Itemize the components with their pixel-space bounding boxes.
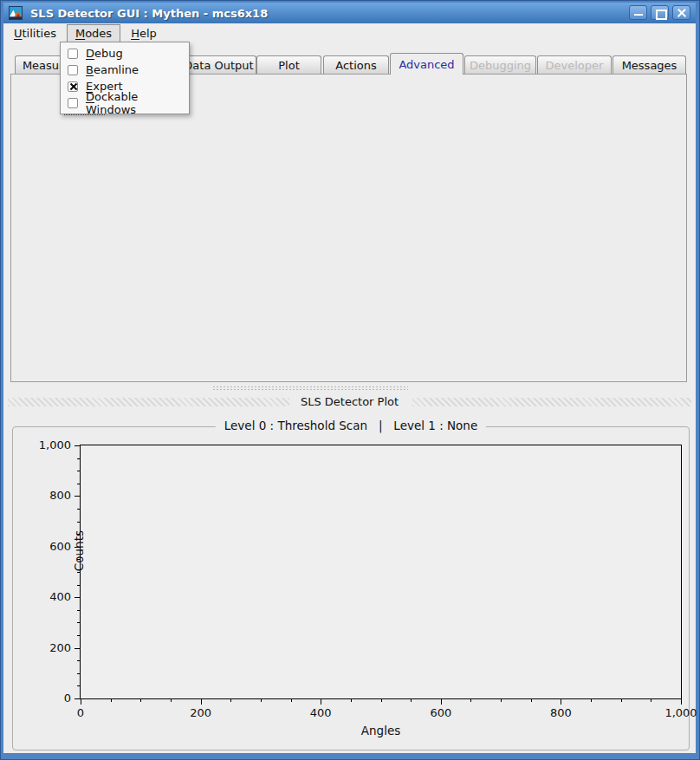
app-logo-icon [9,6,23,20]
plot-canvas: Counts Angles 02004006008001,00002004006… [80,445,682,699]
y-tick [75,445,81,446]
x-tick-label: 800 [550,706,572,719]
plot-title: Level 0 : Threshold Scan | Level 1 : Non… [216,419,486,432]
x-tick-label: 400 [310,706,332,719]
x-tick [470,698,471,702]
x-tick [291,698,292,702]
y-tick [75,648,81,649]
x-tick [230,698,231,702]
tab-advanced[interactable]: Advanced [390,53,463,75]
x-tick [171,698,172,702]
maximize-icon[interactable] [651,5,669,20]
x-tick [351,698,352,702]
y-tick [75,547,81,548]
tab-plot[interactable]: Plot [256,55,321,74]
checkbox-icon [68,65,78,75]
plot-group-box: Level 0 : Threshold Scan | Level 1 : Non… [12,426,690,750]
window-client-area: SLS Detector GUI : Mythen - mcs6x18 Util… [3,3,696,753]
x-tick [411,698,412,702]
x-tick [501,698,502,702]
y-tick [77,635,81,636]
tab-messages[interactable]: Messages [612,55,686,74]
y-tick-label: 800 [49,489,71,502]
tab-data-output[interactable]: Data Output [181,55,256,74]
y-tick [77,484,81,484]
y-tick [77,660,81,661]
app-window: SLS Detector GUI : Mythen - mcs6x18 Util… [0,0,700,760]
tab-developer: Developer [537,55,612,74]
modes-menu-popup: Debug Beamline Expert Dockable Windows [60,42,190,114]
menu-item-debug[interactable]: Debug [61,45,189,62]
y-tick [77,559,81,560]
x-axis-label: Angles [81,724,681,737]
y-tick [77,673,81,674]
y-tick [75,698,81,699]
y-tick [77,585,81,586]
y-axis-label: Counts [72,499,86,603]
x-tick [591,698,592,702]
x-tick [441,698,442,705]
y-tick [77,622,81,623]
x-tick [140,698,141,702]
y-tick [77,522,81,523]
menu-item-dockable-windows[interactable]: Dockable Windows [61,94,189,111]
x-tick [531,698,532,702]
x-tick [621,698,622,702]
x-tick-label: 1,000 [664,706,697,719]
y-tick [77,458,81,459]
x-tick [321,698,321,705]
tab-actions[interactable]: Actions [323,55,389,74]
tab-content-panel [10,74,687,382]
menu-modes[interactable]: Modes [67,24,120,42]
menu-utilities[interactable]: Utilities [5,24,65,42]
y-tick [77,685,81,686]
menu-item-beamline[interactable]: Beamline [61,62,189,78]
titlebar[interactable]: SLS Detector GUI : Mythen - mcs6x18 [3,3,696,23]
y-tick [77,471,81,471]
splitter-handle[interactable] [212,386,408,390]
menubar: Utilities Modes Help [3,23,696,42]
window-title: SLS Detector GUI : Mythen - mcs6x18 [30,7,268,20]
checkbox-icon [68,98,78,108]
y-tick-label: 0 [64,692,71,705]
y-tick [75,496,81,497]
y-tick-label: 1,000 [39,438,71,451]
y-tick [75,597,81,598]
y-tick [77,572,81,573]
minimize-icon[interactable] [629,5,647,20]
x-tick-label: 200 [190,706,211,719]
x-tick [81,698,81,705]
checkbox-checked-icon [68,81,78,92]
x-tick [201,698,202,705]
x-tick [561,698,561,705]
menu-help[interactable]: Help [122,24,165,42]
plot-dock-title: SLS Detector Plot [3,395,696,408]
checkbox-icon [68,49,78,59]
x-tick-label: 600 [430,706,451,719]
y-tick-label: 200 [49,640,71,653]
y-tick-label: 600 [49,540,71,553]
x-tick-label: 0 [77,706,84,719]
y-tick [77,509,81,510]
tab-debugging: Debugging [464,55,536,74]
x-tick [261,698,262,702]
x-tick [681,698,682,705]
close-icon[interactable] [672,5,690,20]
x-tick [651,698,651,702]
x-tick [381,698,382,702]
y-tick [77,534,81,535]
y-tick [77,610,81,611]
x-tick [111,698,112,702]
y-tick-label: 400 [49,590,71,603]
